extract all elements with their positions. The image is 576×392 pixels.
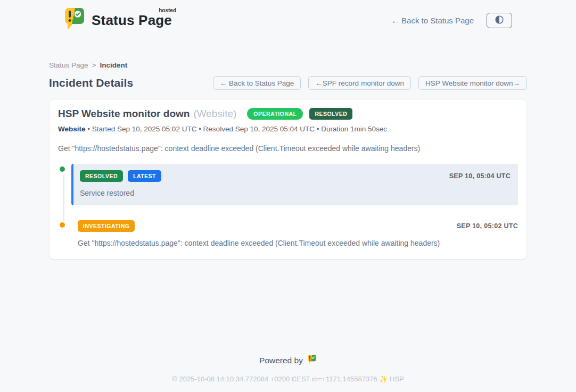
title-row: Incident Details ← Back to Status Page ←… [49,76,527,90]
powered-by-label: Powered by [259,356,303,365]
incident-meta-component: Website [58,125,86,133]
timeline-badges: RESOLVED LATEST [80,170,161,182]
timeline-entry-header: RESOLVED LATEST SEP 10, 05:04 UTC [80,170,511,182]
incident-meta-details: • Started Sep 10, 2025 05:02 UTC • Resol… [87,125,387,133]
timeline-timestamp: SEP 10, 05:04 UTC [449,172,511,180]
resolved-badge: RESOLVED [80,170,123,182]
header-right: ← Back to Status Page [391,13,512,28]
incident-timeline: RESOLVED LATEST SEP 10, 05:04 UTC Servic… [58,164,518,247]
timeline-entry-content: RESOLVED LATEST SEP 10, 05:04 UTC Servic… [71,164,518,205]
main-content: Status Page>Incident Incident Details ← … [49,61,527,383]
latest-badge: LATEST [128,170,161,182]
theme-toggle-button[interactable] [487,13,512,28]
timeline-timestamp: SEP 10, 05:02 UTC [457,222,518,230]
incident-meta: Website • Started Sep 10, 2025 05:02 UTC… [58,125,518,133]
timeline-entry-content: INVESTIGATING SEP 10, 05:02 UTC Get "htt… [71,220,518,247]
timeline-message: Get "https://hostedstatus.page": context… [78,239,518,247]
incident-card: HSP Website monitor down (Website) OPERA… [49,99,527,260]
investigating-badge: INVESTIGATING [78,220,135,232]
status-page-logo-icon [63,7,86,34]
incident-card-header: HSP Website monitor down (Website) OPERA… [58,108,518,120]
copyright-text: © 2025-10-08 14:10:34.772084 +0200 CEST … [49,375,527,383]
breadcrumb-root[interactable]: Status Page [49,61,88,69]
logo-text: Status Page [92,12,172,28]
timeline-entry-header: INVESTIGATING SEP 10, 05:02 UTC [78,220,518,232]
breadcrumb: Status Page>Incident [49,61,527,69]
next-incident-button[interactable]: HSP Website monitor down→ [418,76,527,90]
timeline-entry-investigating: INVESTIGATING SEP 10, 05:02 UTC Get "htt… [58,220,518,247]
timeline-entry-resolved: RESOLVED LATEST SEP 10, 05:04 UTC Servic… [58,164,518,205]
timeline-message: Service restored [80,189,511,197]
prev-incident-button[interactable]: ←SPF record monitor down [308,76,411,90]
incident-description: Get "https://hostedstatus.page": context… [58,144,518,153]
logo[interactable]: Status Page hosted [63,7,172,34]
logo-superscript: hosted [159,7,176,13]
timeline-badges: INVESTIGATING [78,220,135,232]
timeline-dot-orange [58,221,67,229]
contrast-icon [493,14,505,27]
breadcrumb-separator: > [92,61,96,69]
page-title: Incident Details [49,77,133,89]
breadcrumb-current: Incident [100,61,127,69]
status-page-mini-logo-icon[interactable] [307,354,317,366]
footer: Powered by © 2025-10-08 14:10:34.772084 … [49,354,527,383]
header-back-link[interactable]: ← Back to Status Page [391,16,474,25]
header: Status Page hosted ← Back to Status Page [0,0,576,33]
timeline-dot-green [58,165,67,173]
back-to-status-page-button[interactable]: ← Back to Status Page [213,76,301,90]
incident-title: HSP Website monitor down [58,108,190,120]
resolved-state-badge: RESOLVED [309,108,352,120]
operational-status-badge: OPERATIONAL [247,108,303,120]
incident-component: (Website) [193,108,236,120]
powered-by: Powered by [49,354,527,366]
incident-nav-buttons: ← Back to Status Page ←SPF record monito… [213,76,527,90]
